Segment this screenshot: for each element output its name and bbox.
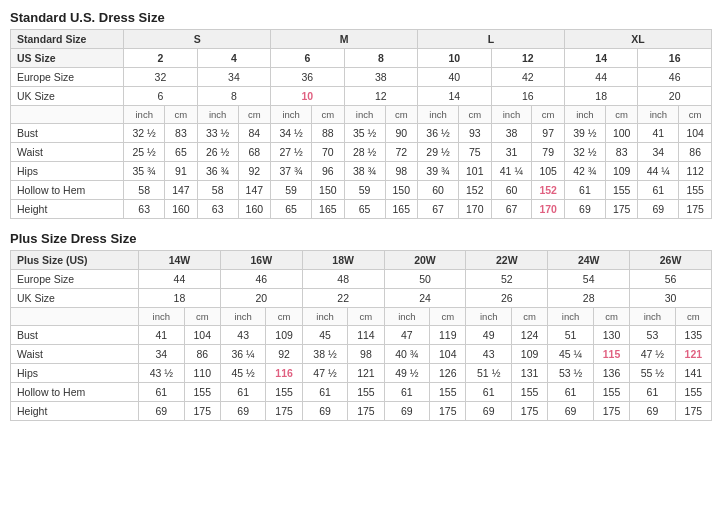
- std-label: Standard Size: [11, 30, 124, 49]
- unit-inch-6: inch: [491, 106, 532, 124]
- bust-1: 32 ½: [124, 124, 165, 143]
- puk-24: 24: [384, 289, 466, 308]
- p-20w: 20W: [384, 251, 466, 270]
- plus-bust-label: Bust: [11, 326, 139, 345]
- pht-1cm: 175: [184, 402, 220, 421]
- ph-1cm: 110: [184, 364, 220, 383]
- pw-6: 45 ¼: [548, 345, 594, 364]
- pb-7: 53: [630, 326, 676, 345]
- uk-18: 18: [564, 87, 637, 106]
- hollow-4: 59: [344, 181, 385, 200]
- phh-4: 61: [384, 383, 430, 402]
- plus-unit-inch-7: inch: [630, 308, 676, 326]
- ph-2: 45 ½: [220, 364, 266, 383]
- plus-unit-cm-1: cm: [184, 308, 220, 326]
- height-4: 65: [344, 200, 385, 219]
- bust-5: 36 ½: [418, 124, 459, 143]
- pb-2: 43: [220, 326, 266, 345]
- standard-title: Standard U.S. Dress Size: [10, 10, 712, 25]
- peu-46: 46: [220, 270, 302, 289]
- plus-uk-row: UK Size 18 20 22 24 26 28 30: [11, 289, 712, 308]
- bust-2cm: 84: [238, 124, 271, 143]
- unit-cm-1: cm: [165, 106, 198, 124]
- hollow-3: 59: [271, 181, 312, 200]
- uk-size-row: UK Size 6 8 10 12 14 16 18 20: [11, 87, 712, 106]
- pw-5: 43: [466, 345, 512, 364]
- p-24w: 24W: [548, 251, 630, 270]
- l-header: L: [418, 30, 565, 49]
- height-7cm: 175: [605, 200, 638, 219]
- pht-4cm: 175: [430, 402, 466, 421]
- height-3cm: 165: [312, 200, 345, 219]
- europe-size-row: Europe Size 32 34 36 38 40 42 44 46: [11, 68, 712, 87]
- bust-5cm: 93: [458, 124, 491, 143]
- phh-7cm: 155: [675, 383, 711, 402]
- plus-unit-cm-4: cm: [430, 308, 466, 326]
- bust-6cm: 97: [532, 124, 565, 143]
- hollow-6cm: 152: [532, 181, 565, 200]
- m-header: M: [271, 30, 418, 49]
- bust-4cm: 90: [385, 124, 418, 143]
- plus-waist-row: Waist 3486 36 ¼92 38 ½98 40 ¾104 43109 4…: [11, 345, 712, 364]
- eu-46: 46: [638, 68, 712, 87]
- height-1: 63: [124, 200, 165, 219]
- bust-3cm: 88: [312, 124, 345, 143]
- height-3: 65: [271, 200, 312, 219]
- pb-2cm: 109: [266, 326, 302, 345]
- waist-row: Waist 25 ½65 26 ½68 27 ½70 28 ½72 29 ½75…: [11, 143, 712, 162]
- hollow-8cm: 155: [679, 181, 712, 200]
- hollow-1cm: 147: [165, 181, 198, 200]
- unit-inch-2: inch: [197, 106, 238, 124]
- hollow-2: 58: [197, 181, 238, 200]
- height-5: 67: [418, 200, 459, 219]
- phh-5cm: 155: [512, 383, 548, 402]
- hips-8cm: 112: [679, 162, 712, 181]
- hips-6: 41 ¼: [491, 162, 532, 181]
- us-14: 14: [564, 49, 637, 68]
- eu-42: 42: [491, 68, 564, 87]
- bust-3: 34 ½: [271, 124, 312, 143]
- unit-inch-8: inch: [638, 106, 679, 124]
- plus-unit-inch-5: inch: [466, 308, 512, 326]
- pw-1cm: 86: [184, 345, 220, 364]
- hips-4: 38 ¾: [344, 162, 385, 181]
- us-16: 16: [638, 49, 712, 68]
- plus-unit-inch-6: inch: [548, 308, 594, 326]
- pb-5: 49: [466, 326, 512, 345]
- us-size-label: US Size: [11, 49, 124, 68]
- hollow-7cm: 155: [605, 181, 638, 200]
- hollow-8: 61: [638, 181, 679, 200]
- peu-54: 54: [548, 270, 630, 289]
- pht-5: 69: [466, 402, 512, 421]
- pw-1: 34: [139, 345, 185, 364]
- plus-europe-row: Europe Size 44 46 48 50 52 54 56: [11, 270, 712, 289]
- pb-1: 41: [139, 326, 185, 345]
- unit-cm-8: cm: [679, 106, 712, 124]
- xl-header: XL: [564, 30, 711, 49]
- hollow-row: Hollow to Hem 58147 58147 59150 59150 60…: [11, 181, 712, 200]
- ph-5: 51 ½: [466, 364, 512, 383]
- puk-26: 26: [466, 289, 548, 308]
- ph-4: 49 ½: [384, 364, 430, 383]
- uk-8: 8: [197, 87, 270, 106]
- peu-56: 56: [630, 270, 712, 289]
- height-row: Height 63160 63160 65165 65165 67170 671…: [11, 200, 712, 219]
- plus-uk-label: UK Size: [11, 289, 139, 308]
- ph-1: 43 ½: [139, 364, 185, 383]
- puk-22: 22: [302, 289, 384, 308]
- hips-3cm: 96: [312, 162, 345, 181]
- phh-4cm: 155: [430, 383, 466, 402]
- plus-unit-cm-5: cm: [512, 308, 548, 326]
- hips-7cm: 109: [605, 162, 638, 181]
- pht-3: 69: [302, 402, 348, 421]
- height-6cm: 170: [532, 200, 565, 219]
- unit-inch-5: inch: [418, 106, 459, 124]
- waist-3cm: 70: [312, 143, 345, 162]
- waist-7cm: 83: [605, 143, 638, 162]
- bust-2: 33 ½: [197, 124, 238, 143]
- eu-36: 36: [271, 68, 344, 87]
- phh-1: 61: [139, 383, 185, 402]
- bust-4: 35 ½: [344, 124, 385, 143]
- plus-hips-label: Hips: [11, 364, 139, 383]
- pb-4cm: 119: [430, 326, 466, 345]
